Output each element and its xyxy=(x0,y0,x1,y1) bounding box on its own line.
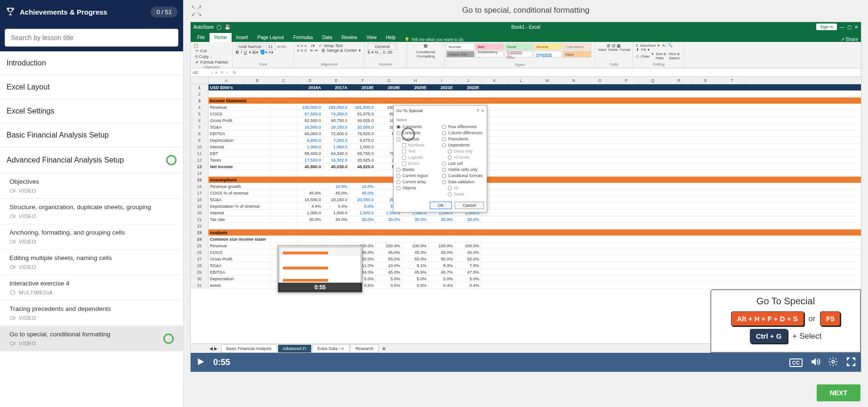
lesson-item[interactable]: Editing multiple sheets, naming cellsVID… xyxy=(0,250,183,275)
signin-button: Sign in xyxy=(816,24,837,30)
tab-review: Review xyxy=(337,33,362,42)
tab-formulas: Formulas xyxy=(289,33,318,42)
expand-icon[interactable]: ↖↗ ↙↘ xyxy=(191,4,202,17)
lesson-list[interactable]: Introduction Excel Layout Excel Settings… xyxy=(0,51,183,407)
progress-ring-icon xyxy=(166,155,177,165)
progress-ring-icon xyxy=(163,334,174,344)
help-icon: ? xyxy=(477,108,479,113)
svg-rect-1 xyxy=(10,215,14,218)
tab-help: Help xyxy=(381,33,401,42)
main-content: ↖↗ ↙↘ Go to special, conditional formatt… xyxy=(184,0,868,407)
key-alt: Alt + H + F + D + S xyxy=(731,311,804,326)
tab-pagelayout: Page Layout xyxy=(253,33,289,42)
shortcut-overlay: Go To Special Alt + H + F + D + S or F5 … xyxy=(710,289,861,353)
section-excel-layout[interactable]: Excel Layout xyxy=(0,75,183,99)
tab-data: Data xyxy=(318,33,337,42)
section-basic-fin[interactable]: Basic Financial Analysis Setup xyxy=(0,123,183,147)
volume-button[interactable] xyxy=(810,357,820,368)
video-player[interactable]: AutoSave ◯ 💾 Book1 - Excel Sign in — ▢ ✕ xyxy=(190,22,861,372)
section-excel-settings[interactable]: Excel Settings xyxy=(0,99,183,123)
tab-view: View xyxy=(362,33,382,42)
progress-badge: 0 / 51 xyxy=(151,7,177,17)
svg-rect-3 xyxy=(10,266,14,269)
svg-rect-0 xyxy=(10,189,14,192)
section-advanced-fin[interactable]: Advanced Financial Analysis Setup xyxy=(0,147,183,173)
lesson-item[interactable]: Anchoring, formatting, and grouping cell… xyxy=(0,224,183,250)
fx-icon: fx xyxy=(229,70,240,75)
cancel-button: Cancel xyxy=(455,202,484,209)
play-button[interactable] xyxy=(195,357,206,368)
key-f5: F5 xyxy=(820,311,841,326)
section-introduction[interactable]: Introduction xyxy=(0,51,183,75)
tab-file: File xyxy=(193,33,209,42)
highlight-circle xyxy=(402,128,415,141)
top-bar: ↖↗ ↙↘ Go to special, conditional formatt… xyxy=(184,0,868,21)
key-ctrlg: Ctrl + G xyxy=(750,329,788,343)
next-button[interactable]: NEXT xyxy=(817,384,860,401)
paste-icon: 📋 xyxy=(193,43,199,48)
save-icon: 💾 xyxy=(225,24,230,30)
lesson-item[interactable]: Structure, organization, duplicate sheet… xyxy=(0,199,183,224)
window-close-icon: ✕ xyxy=(854,24,858,30)
lesson-item[interactable]: Tracing precedents and dependentsVIDEO xyxy=(0,301,183,326)
page-title: Go to special, conditional formatting xyxy=(462,6,589,15)
window-max-icon: ▢ xyxy=(847,24,852,30)
cc-button[interactable]: CC xyxy=(789,358,803,366)
ok-button: OK xyxy=(430,202,452,209)
autosave-toggle: ◯ xyxy=(217,24,222,30)
video-controls: 0:55 CC xyxy=(191,353,861,372)
share-button: ↗ Share xyxy=(841,37,858,42)
goto-special-dialog: Go To Special ? × Select CommentsConstan… xyxy=(393,105,487,212)
lesson-item[interactable]: Interactive exercise 4MULTIMEDIA xyxy=(0,275,183,301)
ribbon: 📋 ✂ Cut ⎘ Copy ▾ ✔ Format Painter Clipbo… xyxy=(191,42,861,68)
lesson-item[interactable]: Go to special, conditional formattingVID… xyxy=(0,326,183,351)
sidebar-header: Achievements & Progress 0 / 51 xyxy=(0,0,183,24)
video-time: 0:55 xyxy=(213,358,230,367)
tab-home: Home xyxy=(209,33,232,42)
svg-rect-2 xyxy=(10,240,14,243)
sidebar: Achievements & Progress 0 / 51 Introduct… xyxy=(0,0,184,407)
tell-me: 💡Tell me what you want to do xyxy=(404,37,464,42)
search-wrap xyxy=(0,24,183,51)
trophy-icon xyxy=(6,7,15,17)
settings-button[interactable] xyxy=(828,357,838,368)
svg-rect-5 xyxy=(10,317,14,319)
name-box: A2 xyxy=(191,70,212,75)
svg-rect-6 xyxy=(10,342,14,345)
sidebar-title: Achievements & Progress xyxy=(20,8,107,16)
autosave-label: AutoSave xyxy=(193,24,214,30)
svg-point-7 xyxy=(832,360,835,363)
tab-insert: Insert xyxy=(232,33,253,42)
excel-title: Book1 - Excel xyxy=(511,24,540,30)
close-icon: × xyxy=(482,108,484,113)
search-input[interactable] xyxy=(5,29,178,47)
lesson-item[interactable]: ObjectivesVIDEO xyxy=(0,173,183,199)
footer: NEXT xyxy=(184,379,868,407)
window-min-icon: — xyxy=(840,24,844,30)
video-thumbnail: 0:55 xyxy=(278,245,362,293)
svg-rect-4 xyxy=(11,291,15,294)
fullscreen-button[interactable] xyxy=(846,357,856,368)
